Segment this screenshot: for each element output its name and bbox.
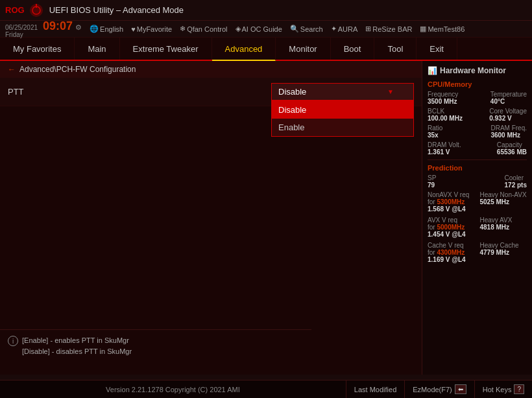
back-arrow-icon[interactable]: ← bbox=[8, 65, 16, 74]
tab-exit[interactable]: Exit bbox=[417, 38, 457, 60]
temperature-label: Temperature bbox=[490, 91, 527, 98]
monitor-icon: 📊 bbox=[428, 66, 437, 75]
ratio-label: Ratio bbox=[428, 124, 442, 132]
settings-area: PTT Disable ▼ Disable Enable bbox=[0, 78, 422, 106]
temperature-value: 40°C bbox=[490, 98, 527, 105]
last-modified-button[interactable]: Last Modified bbox=[346, 380, 404, 398]
core-voltage-value: 0.932 V bbox=[489, 115, 527, 122]
ptt-option-enable[interactable]: Enable bbox=[272, 119, 413, 136]
titlebar: ROG UEFI BIOS Utility – Advanced Mode bbox=[0, 0, 532, 21]
bclk-label: BCLK bbox=[428, 108, 463, 115]
bclk-value: 100.00 MHz bbox=[428, 115, 463, 122]
toolbar-search[interactable]: 🔍 Search bbox=[290, 25, 323, 33]
core-voltage-label: Core Voltage bbox=[489, 108, 527, 115]
hw-monitor-title: 📊 Hardware Monitor bbox=[428, 66, 527, 75]
cooler-label: Cooler bbox=[505, 174, 527, 181]
cache-row: Cache V req for 4300MHz 1.169 V @L4 Heav… bbox=[428, 242, 527, 263]
ratio-value: 35x bbox=[428, 132, 442, 139]
ptt-dropdown-button[interactable]: Disable ▼ bbox=[271, 83, 414, 100]
ptt-option-disable[interactable]: Disable bbox=[272, 101, 413, 119]
tab-tool[interactable]: Tool bbox=[374, 38, 417, 60]
cpu-memory-section: CPU/Memory bbox=[428, 80, 527, 88]
hw-frequency-row: Frequency 3500 MHz Temperature 40°C bbox=[428, 91, 527, 105]
info-item-1: i [Enable] - enables PTT in SkuMgr [Disa… bbox=[8, 335, 304, 357]
ai-icon: ◈ bbox=[236, 25, 241, 33]
time-display: 09:07 bbox=[43, 19, 73, 33]
toolbar-ai-oc[interactable]: ◈ AI OC Guide bbox=[236, 25, 282, 33]
toolbar-myfavorite[interactable]: ♥ MyFavorite bbox=[131, 25, 172, 33]
tab-my-favorites[interactable]: My Favorites bbox=[0, 38, 75, 60]
tab-advanced[interactable]: Advanced bbox=[212, 38, 276, 61]
sp-label: SP bbox=[428, 174, 436, 181]
tab-main[interactable]: Main bbox=[75, 38, 119, 60]
resize-icon: ⊞ bbox=[365, 25, 371, 33]
non-avx-row: NonAVX V req for 5300MHz 1.568 V @L4 Hea… bbox=[428, 191, 527, 213]
toolbar-qfan[interactable]: ❄ Qfan Control bbox=[180, 25, 227, 33]
rog-icon bbox=[29, 3, 44, 18]
search-icon: 🔍 bbox=[290, 25, 299, 33]
dram-volt-value: 1.361 V bbox=[428, 148, 461, 156]
hot-keys-button[interactable]: Hot Keys ? bbox=[474, 380, 532, 398]
memtest-icon: ▦ bbox=[420, 25, 426, 33]
date-display: 06/25/2021 Friday bbox=[5, 24, 38, 38]
frequency-value: 3500 MHz bbox=[428, 98, 458, 105]
tab-extreme-tweaker[interactable]: Extreme Tweaker bbox=[120, 38, 212, 60]
nav-tabs: My Favorites Main Extreme Tweaker Advanc… bbox=[0, 38, 532, 61]
info-area: i [Enable] - enables PTT in SkuMgr [Disa… bbox=[0, 329, 311, 375]
prediction-section: Prediction bbox=[428, 164, 527, 172]
statusbar: Version 2.21.1278 Copyright (C) 2021 AMI… bbox=[0, 380, 532, 398]
sp-cooler-row: SP 79 Cooler 172 pts bbox=[428, 174, 527, 189]
main-content: ← Advanced\PCH-FW Configuration PTT Disa… bbox=[0, 61, 422, 375]
hw-ratio-row: Ratio 35x DRAM Freq. 3600 MHz bbox=[428, 124, 527, 139]
avx-row: AVX V req for 5000MHz 1.454 V @L4 Heavy … bbox=[428, 217, 527, 238]
sp-value: 79 bbox=[428, 181, 436, 189]
toolbar-resizebar[interactable]: ⊞ ReSize BAR bbox=[365, 25, 412, 33]
settings-icon[interactable]: ⚙ bbox=[75, 23, 82, 32]
toolbar-english[interactable]: 🌐 English bbox=[90, 25, 123, 33]
ptt-label: PTT bbox=[8, 87, 271, 97]
ezmode-button[interactable]: EzMode(F7) ⬅ bbox=[404, 380, 474, 398]
heart-icon: ♥ bbox=[131, 25, 136, 33]
breadcrumb: ← Advanced\PCH-FW Configuration bbox=[0, 61, 422, 78]
hw-bclk-row: BCLK 100.00 MHz Core Voltage 0.932 V bbox=[428, 108, 527, 122]
fan-icon: ❄ bbox=[180, 25, 186, 33]
rog-logo: ROG bbox=[5, 5, 25, 15]
hw-dram-volt-row: DRAM Volt. 1.361 V Capacity 65536 MB bbox=[428, 141, 527, 156]
toolbar-memtest[interactable]: ▦ MemTest86 bbox=[420, 25, 465, 33]
hw-divider bbox=[428, 159, 527, 160]
info-icon: i bbox=[8, 336, 18, 346]
chevron-down-icon: ▼ bbox=[387, 88, 394, 95]
capacity-label: Capacity bbox=[497, 141, 527, 148]
ptt-selected-value: Disable bbox=[278, 87, 306, 97]
dram-freq-label: DRAM Freq. bbox=[490, 124, 527, 132]
info-text: [Enable] - enables PTT in SkuMgr [Disabl… bbox=[22, 335, 132, 357]
ptt-setting-row: PTT Disable ▼ Disable Enable bbox=[0, 78, 422, 106]
ezmode-key: ⬅ bbox=[455, 384, 466, 394]
ptt-dropdown-menu: Disable Enable bbox=[271, 100, 414, 137]
cooler-value: 172 pts bbox=[505, 181, 527, 189]
toolbar: 06/25/2021 Friday 09:07 ⚙ 🌐 English ♥ My… bbox=[0, 21, 532, 38]
frequency-label: Frequency bbox=[428, 91, 458, 98]
hardware-monitor: 📊 Hardware Monitor CPU/Memory Frequency … bbox=[422, 61, 532, 375]
status-right: Last Modified EzMode(F7) ⬅ Hot Keys ? bbox=[346, 380, 532, 398]
window-title: UEFI BIOS Utility – Advanced Mode bbox=[49, 5, 184, 15]
toolbar-aura[interactable]: ✦ AURA bbox=[331, 25, 358, 33]
hotkeys-key: ? bbox=[514, 384, 524, 394]
globe-icon: 🌐 bbox=[90, 25, 99, 33]
tab-monitor[interactable]: Monitor bbox=[276, 38, 330, 60]
ptt-dropdown-container: Disable ▼ Disable Enable bbox=[271, 83, 414, 100]
tab-boot[interactable]: Boot bbox=[331, 38, 375, 60]
version-text: Version 2.21.1278 Copyright (C) 2021 AMI bbox=[0, 386, 346, 393]
dram-freq-value: 3600 MHz bbox=[490, 132, 527, 139]
aura-icon: ✦ bbox=[331, 25, 337, 33]
dram-volt-label: DRAM Volt. bbox=[428, 141, 461, 148]
capacity-value: 65536 MB bbox=[497, 148, 527, 156]
